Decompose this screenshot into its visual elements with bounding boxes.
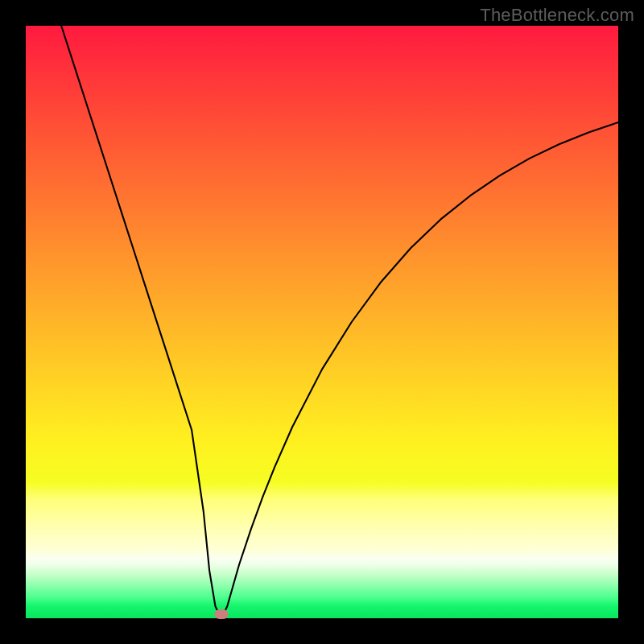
bottleneck-curve [26,26,618,618]
optimal-point-marker [214,609,228,619]
plot-area [26,26,618,618]
watermark-text: TheBottleneck.com [480,5,634,26]
curve-path [61,26,618,618]
chart-container: TheBottleneck.com [0,0,644,644]
